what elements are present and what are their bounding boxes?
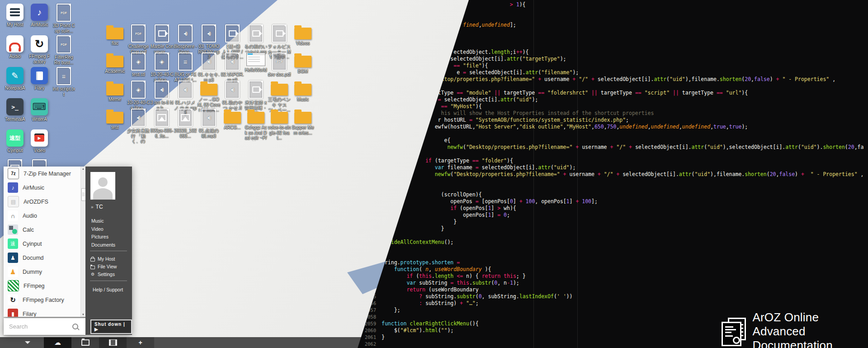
- start-menu-app-cyinput[interactable]: 速Cyinput: [4, 237, 80, 251]
- start-menu-app-calc[interactable]: Calc: [4, 223, 80, 237]
- code-line: 2029 r hostURL = "SystemAOB/functions/sy…: [361, 117, 863, 124]
- start-menu-place-video[interactable]: Video: [91, 225, 115, 234]
- start-menu-app-documd[interactable]: ♟Documd: [4, 251, 80, 265]
- desktop-file[interactable]: ◂))3 am lo-fi hip h...: [150, 81, 174, 110]
- start-menu-scrollbar[interactable]: ▲ ▼: [80, 167, 85, 317]
- folder-icon: [81, 339, 90, 346]
- scroll-up-icon[interactable]: ▲: [81, 167, 85, 170]
- chevron-right-icon: »: [91, 205, 94, 210]
- start-menu-app-ffmpeg-factory[interactable]: ↻FFmpeg Factory: [4, 293, 80, 307]
- start-menu-place-music[interactable]: Music: [91, 217, 115, 225]
- file-label: Music: [291, 97, 315, 102]
- desktop-file[interactable]: 800px-085-6_fts...: [150, 109, 174, 138]
- start-menu-app-airmusic[interactable]: ♪AirMusic: [4, 181, 80, 195]
- arozdfs-icon: ▤: [8, 196, 19, 207]
- avatar[interactable]: [90, 172, 115, 200]
- pdf-file-icon: PDF: [272, 52, 287, 71]
- documd-icon: ♟: [8, 253, 18, 263]
- code-line: 2027 == "MyHost"){: [361, 103, 863, 110]
- desktop-folder[interactable]: Music: [291, 81, 315, 102]
- code-line: 2053 var subString = this.substr(0, n-1)…: [361, 280, 863, 286]
- tool-label: File View: [98, 263, 117, 271]
- logo-title: ArOZ Online: [752, 310, 868, 324]
- scroll-down-icon[interactable]: ▼: [81, 313, 85, 316]
- start-menu-place-pictures[interactable]: Pictures: [91, 233, 115, 241]
- taskbar-tab-folder[interactable]: [71, 337, 99, 348]
- filary-icon: ▮: [8, 309, 18, 317]
- file-label: Academic: [103, 69, 127, 74]
- folder-icon: [294, 84, 311, 95]
- desktop-file[interactable]: ◂))01.キセキ.m p3: [197, 52, 221, 82]
- desktop-folder[interactable]: ARCG...: [221, 109, 244, 130]
- desktop-file[interactable]: ◂))01.点描の唄.mp3: [197, 109, 221, 138]
- search-input[interactable]: Search: [9, 323, 72, 330]
- app-label: ArOZDFS: [24, 199, 48, 205]
- code-line: 2038: [361, 178, 863, 185]
- desktop-file[interactable]: ≡BUG or FEAT URE.t...: [174, 52, 197, 82]
- start-menu-tool-settings[interactable]: ⚙Settings: [90, 271, 117, 278]
- desktop-file[interactable]: ◈10-20-40-Ca libra...: [127, 81, 150, 110]
- desktop-folder[interactable]: flac: [103, 24, 127, 46]
- code-line: 2035 if (targetType == "folder"){: [361, 157, 863, 164]
- taskbar-tab-cloud[interactable]: ☁: [44, 337, 71, 348]
- desktop-file[interactable]: ◂))Biosphere - Snap...: [174, 24, 197, 54]
- user-name[interactable]: »TC: [91, 204, 103, 210]
- desktop-file[interactable]: PDFdev doc.pdf: [268, 52, 291, 77]
- start-menu-tool-my-host[interactable]: My Host: [90, 255, 117, 263]
- desktop-folder[interactable]: 三毛のペンキ ヤスツ・ペー...: [268, 81, 291, 113]
- desktop-folder[interactable]: voice-to-sin gle-02 feat...: [268, 109, 291, 141]
- desktop-file[interactable]: ◂))02.VAPOR.m p3: [221, 52, 244, 82]
- help-support-link[interactable]: Help / Support: [93, 287, 123, 292]
- stl-file-icon: ◈: [131, 52, 146, 71]
- desktop-folder[interactable]: Supper Mem ories...: [291, 109, 315, 135]
- audio-file-icon: ◂)): [202, 109, 216, 127]
- start-menu-app-7-zip-file-manager[interactable]: 7z7-Zip File Manager: [4, 167, 80, 181]
- desktop-folder[interactable]: BGM: [291, 52, 315, 74]
- start-menu-search[interactable]: Search: [4, 318, 85, 335]
- calc-icon: [8, 224, 18, 235]
- file-label: BGM: [291, 69, 315, 74]
- desktop-folder[interactable]: Gchgqz Ack so And Dad edlr ~P/U...: [244, 109, 268, 141]
- app-label: AirMusic: [23, 185, 44, 191]
- code-line: 2046: [361, 232, 863, 239]
- start-menu-app-ffmpeg[interactable]: FFmpeg: [4, 279, 80, 293]
- app-label: FFmpeg Factory: [23, 297, 64, 303]
- folder-icon: [294, 56, 311, 67]
- stl-file-icon: ◈: [131, 81, 146, 99]
- divider: [90, 251, 127, 251]
- code-line: 2031: [361, 130, 863, 137]
- desktop-file[interactable]: PDFChallenge Cup.pdf: [127, 24, 150, 54]
- desktop-folder[interactable]: Academic: [103, 52, 127, 74]
- start-menu: 7z7-Zip File Manager♪AirMusic▤ArOZDFS∩Au…: [4, 167, 132, 335]
- stl-file-icon: ◈: [155, 52, 169, 71]
- taskbar-caret-icon[interactable]: [25, 341, 30, 344]
- start-menu-place-documents[interactable]: Documents: [91, 241, 115, 249]
- desktop-file[interactable]: ◈10-20-40-Ca libra...: [150, 52, 174, 82]
- start-menu-app-arozdfs[interactable]: ▤ArOZDFS: [4, 195, 80, 209]
- taskbar-tab-film[interactable]: [99, 337, 127, 348]
- file-label: ARCG...: [221, 125, 244, 130]
- airmusic-icon: ♪: [8, 182, 18, 193]
- app-label: 7-Zip File Manager: [24, 171, 71, 177]
- start-menu-app-audio[interactable]: ∩Audio: [4, 209, 80, 223]
- desktop-file[interactable]: HelloWorld: [244, 52, 268, 73]
- desktop-file[interactable]: ◈test.stl: [127, 52, 150, 77]
- desktop-file[interactable]: Marble Conveyer ...: [150, 24, 174, 54]
- app-label: Calc: [23, 227, 34, 233]
- desktop-file[interactable]: 26328_102093...: [174, 109, 197, 138]
- code-line: 2050 ring.prototype.shorten =: [361, 259, 863, 266]
- folder-icon: [294, 112, 311, 124]
- desktop-folder[interactable]: test: [103, 109, 127, 130]
- tool-label: Settings: [98, 271, 115, 278]
- start-menu-app-filary[interactable]: ▮Filary: [4, 307, 80, 317]
- desktop-file[interactable]: ◂))少女終末旅行 「動く、のび。」...: [127, 109, 150, 144]
- window-thumbnail-icon: [246, 52, 265, 66]
- desktop-folder[interactable]: Videos: [291, 24, 315, 46]
- shut-down-button[interactable]: Shut down |▶: [90, 319, 132, 334]
- start-menu-app-dummy[interactable]: ♟Dummy: [4, 265, 80, 279]
- start-menu-tool-file-view[interactable]: File View: [90, 263, 117, 271]
- taskbar-tab-plus[interactable]: +: [127, 337, 154, 348]
- desktop-folder[interactable]: ノー→GOAL 00 Cover Al bum...: [197, 81, 221, 113]
- desktop-folder[interactable]: Meme: [103, 81, 127, 102]
- documentation-icon: [722, 318, 745, 346]
